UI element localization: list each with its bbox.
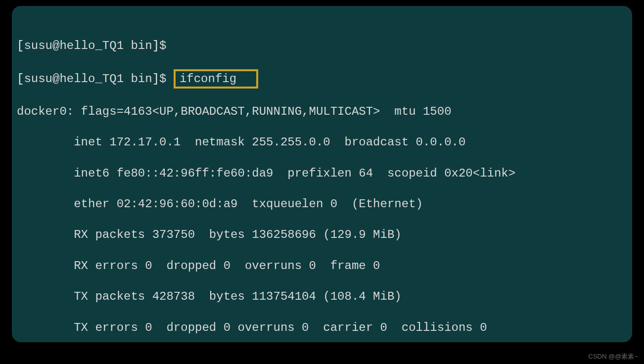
docker0-inet6: inet6 fe80::42:96ff:fe60:da9 prefixlen 6… xyxy=(17,166,627,181)
docker0-inet: inet 172.17.0.1 netmask 255.255.0.0 broa… xyxy=(17,135,627,150)
docker0-rx-packets: RX packets 373750 bytes 136258696 (129.9… xyxy=(17,227,627,242)
docker0-tx-errors: TX errors 0 dropped 0 overruns 0 carrier… xyxy=(17,320,627,335)
docker0-rx-errors: RX errors 0 dropped 0 overruns 0 frame 0 xyxy=(17,258,627,273)
terminal-window[interactable]: [susu@hello_TQ1 bin]$ [susu@hello_TQ1 bi… xyxy=(12,6,632,342)
docker0-ether: ether 02:42:96:60:0d:a9 txqueuelen 0 (Et… xyxy=(17,196,627,212)
watermark: CSDN @@素素~ xyxy=(589,353,638,361)
command-highlight: ifconfig xyxy=(174,69,258,89)
docker0-header: docker0: flags=4163<UP,BROADCAST,RUNNING… xyxy=(17,104,627,119)
prompt-line-empty: [susu@hello_TQ1 bin]$ xyxy=(17,38,627,53)
prompt-line-command: [susu@hello_TQ1 bin]$ ifconfig xyxy=(17,69,627,89)
docker0-tx-packets: TX packets 428738 bytes 113754104 (108.4… xyxy=(17,289,627,304)
